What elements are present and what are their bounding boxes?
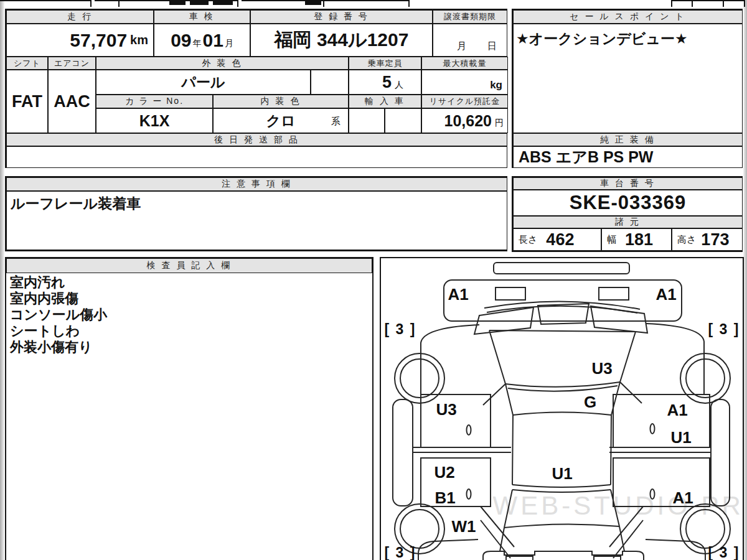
front-left-wheel-inner [400, 359, 439, 398]
tire-mark-rear-left: [ 3 ] [385, 544, 416, 560]
inspector-note-line: 室内内張傷 [6, 291, 372, 307]
windshield-bottom-arc [513, 413, 611, 416]
damage-code-rear-left-door-b: B1 [435, 488, 455, 507]
specs-header: 諸 元 [513, 216, 743, 228]
inspector-header: 検 査 員 記 入 欄 [6, 258, 372, 273]
recycle-deposit-value: 10,620 円 [421, 108, 508, 133]
spec-length: 長さ 462 [513, 228, 601, 251]
inspector-note-line: 室内汚れ [6, 274, 372, 291]
damage-code-roof: U1 [552, 464, 572, 483]
capacity-unit: 人 [395, 80, 403, 91]
shift-header: シフト [6, 57, 48, 70]
bumper-marker-right [599, 287, 629, 300]
rocker-left-shape [393, 399, 413, 506]
transfer-docs-header: 譲渡書類期限 [433, 10, 507, 24]
damage-diagram-box: WEB-STUDIO.PRO [380, 257, 744, 560]
damage-code-front-bumper-left: A1 [448, 285, 468, 304]
inspector-note-line: 外装小傷有り [6, 339, 372, 355]
hood-top-line [489, 330, 636, 332]
front-left-door-handle [467, 425, 471, 435]
front-left-wheel [395, 353, 444, 403]
roof-bottom-arc-1 [512, 485, 611, 487]
interior-color-suffix: 系 [331, 116, 341, 128]
rear-left-wheel-inner [400, 510, 439, 548]
interior-color-value: クロ 系 [213, 108, 349, 133]
front-fender-left-shape [421, 325, 479, 394]
damage-code-rear-right-door: A1 [672, 488, 693, 507]
max-load-unit: kg [490, 79, 502, 91]
registration-value: 福岡 344ル1207 [250, 24, 433, 57]
rear-bumper-marker-right [594, 556, 621, 560]
sales-point-header: セ ー ル ス ポ イ ン ト [513, 10, 743, 24]
inspector-box: 検 査 員 記 入 欄 室内汚れ 室内内張傷 コンソール傷小 シートしわ 外装小… [5, 257, 374, 560]
genuine-equipment-header: 純 正 装 備 [513, 133, 743, 146]
shift-value: FAT [6, 70, 48, 133]
recycle-deposit-header: リサイクル預託金 [421, 95, 508, 108]
scan-edge-left [0, 0, 4, 560]
color-no-header: カ ラ ー No. [96, 95, 213, 108]
tire-mark-front-left: [ 3 ] [385, 321, 416, 337]
grille-arc-1 [484, 301, 640, 309]
exterior-color-header: 外 装 色 [96, 57, 349, 70]
exterior-color-value: パール [96, 70, 311, 95]
car-diagram: WEB-STUDIO.PRO [381, 258, 743, 560]
left-sill-lines [413, 447, 511, 452]
exterior-color-empty-cell [311, 70, 349, 95]
import-car-empty-1 [349, 108, 385, 133]
sales-point-box: セ ー ル ス ポ イ ン ト ★オークションデビュー★ 純 正 装 備 ABS… [512, 9, 743, 168]
inspector-notes: 室内汚れ 室内内張傷 コンソール傷小 シートしわ 外装小傷有り [6, 274, 372, 355]
bumper-marker-left [496, 287, 525, 300]
damage-code-rear-left-door-a: U2 [434, 463, 454, 482]
front-right-wheel [680, 353, 730, 403]
damage-code-windshield: G [584, 393, 596, 411]
tire-mark-rear-right: [ 3 ] [708, 544, 740, 560]
a-pillar-lines [483, 382, 642, 405]
front-right-door-handle [651, 424, 655, 434]
roof-bar-shape [494, 263, 629, 274]
registration-header: 登 録 番 号 [250, 10, 433, 24]
notes-header: 注 意 事 項 欄 [6, 177, 507, 191]
later-parts-header: 後 日 発 送 部 品 [6, 133, 507, 146]
rear-glass-bottom-arc [504, 524, 619, 528]
damage-code-front-right-door-a: A1 [667, 401, 687, 419]
rear-left-door-handle [467, 489, 471, 499]
recycle-deposit-unit: 円 [495, 118, 504, 129]
headlight-right-shape [591, 306, 647, 333]
genuine-equipment-value: ABS エアB PS PW [513, 146, 743, 168]
notes-value: ルーフレール装着車 [6, 191, 507, 250]
mileage-value: 57,707 km [6, 24, 154, 57]
chassis-header: 車 台 番 号 [513, 177, 743, 190]
mileage-header: 走 行 [6, 10, 154, 24]
chassis-box: 車 台 番 号 SKE-033369 諸 元 長さ 462 幅 181 高さ 1… [512, 176, 743, 252]
sales-point-value: ★オークションデビュー★ [513, 24, 743, 133]
rear-left-door-shape [421, 458, 491, 506]
spec-height: 高さ 173 [672, 228, 743, 251]
aircon-header: エアコン [48, 57, 96, 70]
inspection-value: 09 年 01 月 [154, 24, 250, 57]
damage-code-front-right-door-b: U1 [670, 428, 691, 447]
hatch-side-lines [500, 526, 624, 551]
watermark-text: WEB-STUDIO.PRO [492, 491, 743, 520]
capacity-value: 5 人 [349, 70, 421, 95]
rocker-right-shape [711, 399, 730, 506]
damage-code-front-left-door: U3 [436, 400, 456, 419]
damage-code-front-bumper-right: A1 [655, 285, 676, 304]
capacity-header: 乗車定員 [349, 57, 421, 70]
inspection-header: 車 検 [154, 10, 250, 24]
import-car-empty-2 [385, 108, 421, 133]
color-no-value: K1X [96, 108, 213, 133]
interior-color-header: 内 装 色 [213, 95, 349, 108]
inspector-note-line: コンソール傷小 [6, 307, 372, 323]
hood-cowl-arc-1 [505, 382, 620, 387]
hood-side-lines [489, 330, 636, 384]
notes-box: 注 意 事 項 欄 ルーフレール装着車 [5, 176, 507, 251]
later-parts-value [6, 146, 507, 168]
damage-code-rear-fender-left: W1 [452, 517, 476, 536]
right-sill-lines [609, 447, 711, 452]
tire-mark-front-right: [ 3 ] [708, 321, 740, 337]
damage-code-hood: U3 [591, 359, 612, 378]
vehicle-data-table: 走 行 車 検 登 録 番 号 譲渡書類期限 57,707 km 09 年 01… [5, 9, 507, 168]
spec-width: 幅 181 [601, 228, 672, 251]
front-right-door-shape [613, 394, 710, 447]
front-fender-right-shape [646, 324, 704, 394]
